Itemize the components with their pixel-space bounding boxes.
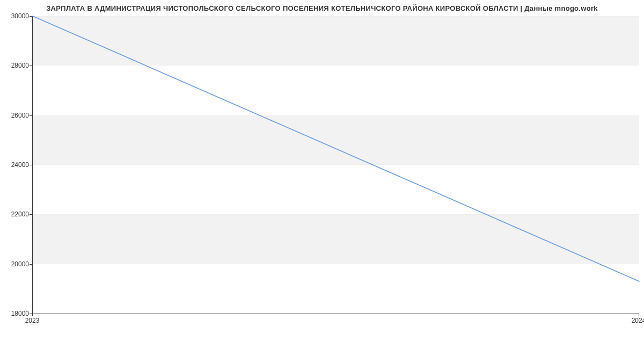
x-tick-label: 2023 bbox=[25, 317, 40, 324]
x-tick-label: 2024 bbox=[632, 317, 644, 324]
plot-area bbox=[32, 16, 639, 314]
y-tick-label: 22000 bbox=[11, 210, 29, 218]
y-tick-label: 30000 bbox=[11, 12, 29, 20]
y-tick-label: 20000 bbox=[11, 260, 29, 268]
line-layer bbox=[33, 16, 639, 314]
data-line bbox=[33, 16, 639, 281]
y-tick-label: 26000 bbox=[11, 112, 29, 119]
chart-container: ЗАРПЛАТА В АДМИНИСТРАЦИЯ ЧИСТОПОЛЬСКОГО … bbox=[0, 0, 644, 349]
y-tick-label: 18000 bbox=[11, 310, 29, 317]
y-tick-label: 24000 bbox=[11, 161, 29, 169]
y-tick-label: 28000 bbox=[11, 62, 29, 69]
chart-title: ЗАРПЛАТА В АДМИНИСТРАЦИЯ ЧИСТОПОЛЬСКОГО … bbox=[0, 4, 644, 12]
